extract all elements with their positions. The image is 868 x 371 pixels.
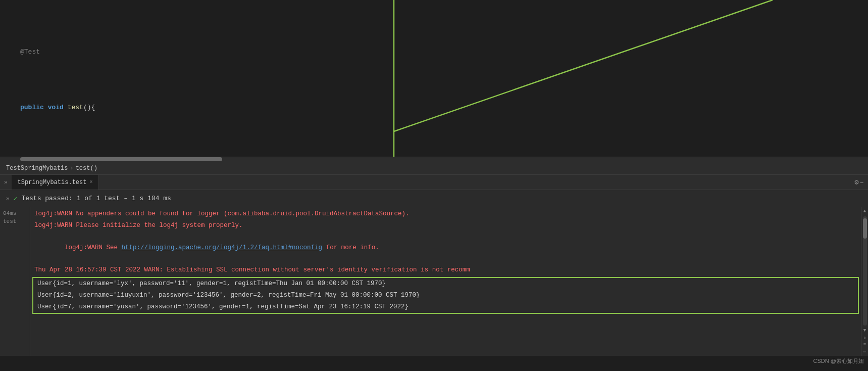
tab-expand-icon[interactable]: » [0, 179, 12, 186]
status-text: Tests passed: 1 of 1 test – 1 s 104 ms [21, 195, 171, 202]
scroll-icon-3[interactable]: ⋯ [862, 349, 868, 355]
warn-suffix: for more info. [322, 244, 379, 251]
breadcrumb-path: TestSpringMybatis [6, 165, 68, 172]
test-tab[interactable]: tSpringMybatis.test × [12, 175, 99, 190]
sidebar-test-label: test [0, 217, 30, 225]
warn-link[interactable]: http://logging.apache.org/log4j/1.2/faq.… [122, 244, 323, 251]
status-expand-icon[interactable]: » [6, 196, 10, 202]
breadcrumb-separator: › [70, 165, 73, 172]
console-warn-link-line: log4j:WARN See http://logging.apache.org… [30, 231, 861, 264]
scroll-track [863, 216, 867, 326]
breadcrumb-method: test() [76, 165, 97, 172]
tab-settings-area: ⚙ – [850, 178, 868, 187]
test-status-bar: » ✓ Tests passed: 1 of 1 test – 1 s 104 … [0, 190, 868, 207]
tab-bar: » tSpringMybatis.test × ⚙ – [0, 175, 868, 190]
console-warn-line-1: log4j:WARN No appenders could be found f… [30, 208, 861, 220]
dash-icon[interactable]: – [860, 178, 864, 187]
right-scrollbar: ▲ ▼ ⇕ ≡ ⋯ [861, 207, 868, 356]
scroll-icon-1[interactable]: ⇕ [862, 335, 868, 341]
hscrollbar-thumb [20, 157, 222, 161]
line-text: public void test(){ [20, 102, 864, 113]
console-area: 04ms test log4j:WARN No appenders could … [0, 207, 868, 356]
console-main: log4j:WARN No appenders could be found f… [30, 207, 861, 356]
warn-prefix: log4j:WARN See [65, 244, 122, 251]
sidebar-time-label: 04ms [0, 209, 30, 217]
line-text: @Test [20, 47, 864, 58]
console-sidebar: 04ms test [0, 207, 30, 356]
code-line: @Test [0, 47, 868, 58]
settings-icon[interactable]: ⚙ [854, 178, 858, 187]
editor-hscrollbar[interactable] [0, 157, 868, 162]
csdn-watermark: CSDN @素心如月妞 [813, 357, 864, 365]
user-data-row-2: User{id=2, username='liuyuxin', password… [33, 290, 858, 301]
scroll-up-button[interactable]: ▲ [862, 208, 868, 214]
editor-area: @Test public void test(){ ClassPathXmlAp… [0, 0, 868, 157]
user-data-section: User{id=1, username='lyx', password='11'… [32, 277, 859, 314]
code-content: @Test public void test(){ ClassPathXmlAp… [0, 0, 868, 157]
status-check-icon: ✓ [14, 195, 18, 203]
scroll-down-button[interactable]: ▼ [862, 328, 868, 334]
scroll-thumb[interactable] [863, 218, 867, 239]
code-line: public void test(){ [0, 102, 868, 113]
console-ssl-line: Thu Apr 28 16:57:39 CST 2022 WARN: Estab… [30, 264, 861, 276]
breadcrumb: TestSpringMybatis › test() [0, 162, 868, 175]
console-warn-line-2: log4j:WARN Please initialize the log4j s… [30, 220, 861, 231]
tab-label: tSpringMybatis.test [18, 179, 87, 186]
user-data-row-3: User{id=7, username='yusan', password='1… [33, 301, 858, 313]
scroll-icon-2[interactable]: ≡ [862, 342, 868, 348]
user-data-row-1: User{id=1, username='lyx', password='11'… [33, 278, 858, 290]
bottom-panel: » tSpringMybatis.test × ⚙ – » ✓ Tests pa… [0, 175, 868, 356]
tab-close-button[interactable]: × [89, 179, 92, 185]
